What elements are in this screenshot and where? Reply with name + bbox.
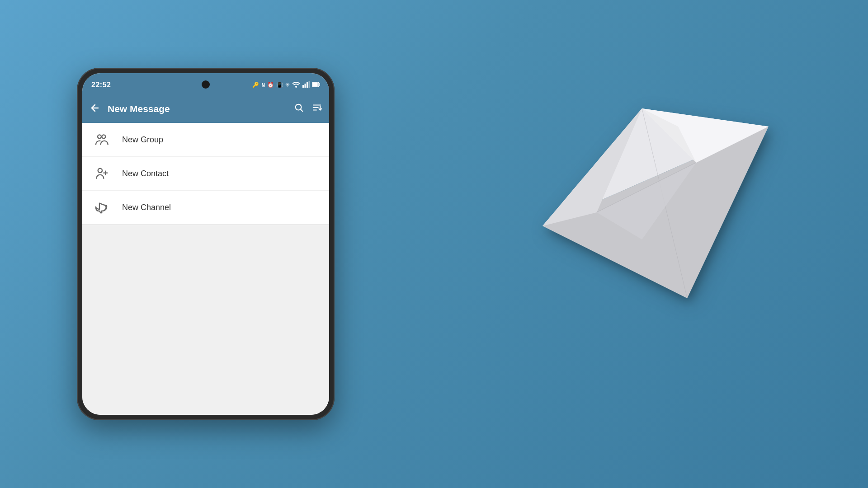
menu-list: New Group New Contact bbox=[82, 123, 329, 225]
nfc-icon: N bbox=[261, 82, 265, 89]
status-icons: 🔑 N ⏰ 📳 ✳ bbox=[252, 81, 320, 89]
new-group-item[interactable]: New Group bbox=[82, 123, 329, 157]
camera-hole bbox=[202, 80, 210, 89]
svg-rect-10 bbox=[305, 84, 306, 88]
svg-point-18 bbox=[98, 169, 102, 173]
svg-rect-12 bbox=[309, 81, 310, 88]
svg-point-17 bbox=[102, 135, 105, 138]
new-contact-label: New Contact bbox=[122, 169, 169, 178]
svg-rect-11 bbox=[307, 82, 308, 88]
header-action-icons bbox=[294, 103, 322, 115]
search-button[interactable] bbox=[294, 103, 304, 115]
app-header: New Message bbox=[82, 95, 329, 123]
wifi-icon bbox=[292, 81, 300, 89]
phone-device: 22:52 🔑 N ⏰ 📳 ✳ bbox=[77, 68, 335, 420]
key-icon: 🔑 bbox=[252, 82, 259, 88]
signal-icon bbox=[302, 81, 310, 89]
svg-point-16 bbox=[98, 135, 101, 138]
svg-rect-9 bbox=[302, 85, 304, 88]
svg-rect-14 bbox=[313, 83, 317, 86]
phone-screen: 22:52 🔑 N ⏰ 📳 ✳ bbox=[82, 73, 329, 415]
content-area bbox=[82, 225, 329, 415]
paper-airplane-decoration bbox=[506, 36, 814, 307]
header-title: New Message bbox=[108, 103, 287, 114]
status-time: 22:52 bbox=[91, 81, 111, 89]
vibrate-icon: 📳 bbox=[276, 82, 283, 88]
svg-point-8 bbox=[295, 86, 297, 88]
alarm-icon: ⏰ bbox=[267, 82, 274, 88]
battery-icon bbox=[312, 82, 320, 88]
sort-button[interactable] bbox=[312, 103, 322, 115]
group-icon bbox=[93, 131, 109, 148]
bluetooth-icon: ✳ bbox=[285, 82, 290, 88]
new-channel-label: New Channel bbox=[122, 203, 171, 212]
new-channel-item[interactable]: New Channel bbox=[82, 191, 329, 225]
back-button[interactable] bbox=[90, 103, 100, 115]
person-add-icon bbox=[93, 165, 109, 182]
megaphone-icon bbox=[93, 199, 109, 216]
new-group-label: New Group bbox=[122, 135, 163, 145]
new-contact-item[interactable]: New Contact bbox=[82, 157, 329, 191]
